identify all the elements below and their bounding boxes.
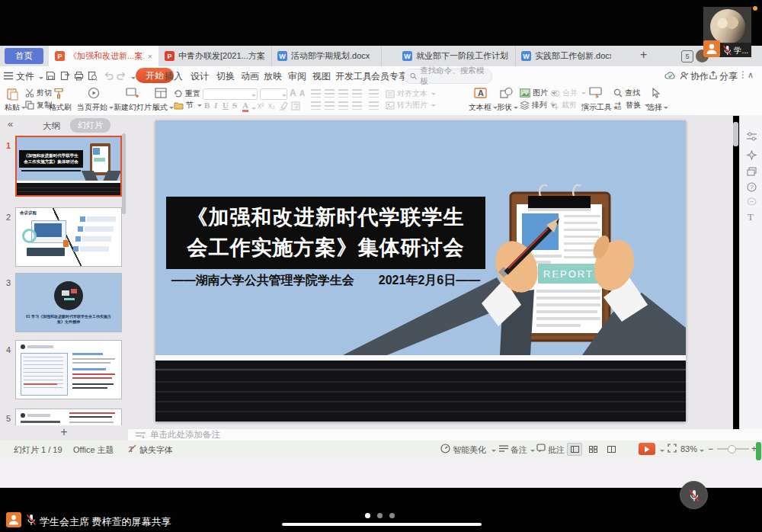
play-current-icon[interactable]: [88, 87, 100, 99]
file-menu[interactable]: 文件: [16, 70, 34, 83]
zoom-slider-knob[interactable]: [728, 445, 736, 453]
tab-doc-word1[interactable]: W 活动部学期规划.docx: [271, 46, 382, 66]
ribbon-tab-view[interactable]: 视图: [312, 70, 331, 83]
text-direction-button[interactable]: [369, 101, 379, 110]
view-sorter-button[interactable]: [585, 443, 600, 456]
ribbon-tab-devtools[interactable]: 开发工具: [335, 70, 372, 83]
tab-home[interactable]: 首页: [5, 48, 43, 64]
floating-mic-button[interactable]: [680, 481, 708, 509]
collapse-panel-icon[interactable]: «: [8, 118, 13, 130]
cloud-sync-icon[interactable]: [664, 71, 676, 80]
slide-thumbnail-3[interactable]: 01 学习《加强和改进新时代学联学生会工作实施方案》文件精神: [15, 273, 122, 332]
merge-shapes-button[interactable]: 合并: [550, 88, 586, 98]
hamburger-icon[interactable]: [4, 72, 13, 80]
ribbon-tab-slideshow[interactable]: 放映: [264, 70, 282, 83]
bold-button[interactable]: B: [204, 101, 210, 110]
outline-tab[interactable]: 大纲: [43, 120, 60, 132]
ribbon-tab-transition[interactable]: 切换: [216, 70, 235, 83]
clear-format-icon[interactable]: [279, 101, 288, 111]
play-current-button[interactable]: 当页开始: [77, 102, 114, 113]
notes-toggle-button[interactable]: 备注: [511, 444, 527, 456]
slide-thumbnail-1[interactable]: 《加强和改进新时代学联学生会工作实施方案》集体研讨会: [15, 136, 122, 197]
slide-thumbnail-5[interactable]: [15, 409, 122, 425]
view-reading-button[interactable]: [604, 443, 619, 456]
shapes-button[interactable]: 形状: [497, 102, 518, 113]
superscript-button[interactable]: x²: [258, 101, 264, 110]
participant-video-tile[interactable]: 学...: [703, 7, 751, 57]
new-slide-icon[interactable]: [126, 87, 139, 99]
ribbon-tab-design[interactable]: 设计: [190, 70, 209, 83]
missing-font-label[interactable]: 缺失字体: [139, 444, 173, 456]
collab-label[interactable]: 协作: [690, 70, 709, 83]
tab-doc-word2[interactable]: W 就业部下一阶段工作计划.doc: [396, 46, 516, 66]
redo-icon[interactable]: [117, 72, 126, 80]
reset-button[interactable]: 重置: [174, 88, 200, 99]
line-spacing-button[interactable]: [369, 89, 379, 98]
format-painter-icon[interactable]: [53, 88, 64, 99]
font-name-combo[interactable]: [203, 88, 258, 100]
present-tools-icon[interactable]: [589, 87, 602, 98]
add-slide-button[interactable]: +: [60, 425, 67, 438]
ribbon-tab-insert[interactable]: 插入: [165, 70, 183, 83]
collapse-ribbon-icon[interactable]: ∧: [748, 70, 754, 80]
indent-increase-button[interactable]: [352, 101, 362, 110]
crop-button[interactable]: 裁剪: [550, 100, 585, 111]
copy-button[interactable]: 复制: [25, 100, 52, 111]
font-shrink-button[interactable]: A: [299, 89, 305, 98]
convert-to-picture-button[interactable]: 转为图片: [386, 100, 436, 111]
play-slideshow-button[interactable]: [639, 443, 655, 455]
tab-doc-active[interactable]: P 《加强和改进新...案》集体研讨会 ×: [49, 46, 158, 66]
page-dot[interactable]: [377, 513, 383, 518]
numbering-button[interactable]: [325, 101, 335, 110]
output-icon[interactable]: [60, 71, 70, 81]
ribbon-tab-animation[interactable]: 动画: [241, 70, 259, 83]
rail-properties-icon[interactable]: [747, 132, 757, 141]
slide-subtitle[interactable]: ——湖南大学公共管理学院学生会 2021年2月6日——: [166, 273, 485, 289]
shapes-icon[interactable]: [500, 87, 513, 99]
command-search[interactable]: 查找命令、搜索模板: [404, 69, 492, 84]
collab-icon[interactable]: [680, 71, 689, 80]
layout-button[interactable]: 版式: [152, 102, 174, 113]
align-right-button[interactable]: [338, 89, 348, 98]
slide-thumbnail-2[interactable]: 会议议程: [15, 207, 122, 267]
fit-window-icon[interactable]: [668, 444, 677, 453]
slide-title[interactable]: 《加强和改进新时代学联学生 会工作实施方案》集体研讨会: [166, 197, 485, 269]
paste-icon[interactable]: [6, 88, 19, 101]
slide-thumbnail-4[interactable]: [15, 340, 122, 399]
comment-button[interactable]: 批注: [548, 444, 565, 456]
zoom-out-button[interactable]: −: [708, 444, 713, 454]
find-button[interactable]: 查找: [613, 88, 640, 98]
align-center-button[interactable]: [325, 89, 335, 98]
beautify-button[interactable]: 智能美化: [453, 444, 486, 456]
share-label[interactable]: 分享: [719, 70, 738, 83]
new-slide-button[interactable]: 新建幻灯片: [114, 102, 158, 113]
present-tools-button[interactable]: 演示工具: [581, 102, 618, 113]
new-tab-button[interactable]: +: [640, 48, 647, 62]
panel-scrollbar[interactable]: [122, 133, 126, 214]
page-dot[interactable]: [389, 513, 395, 518]
theme-label[interactable]: Office 主题: [73, 444, 114, 456]
italic-button[interactable]: I: [214, 101, 217, 110]
quickbar-more-icon[interactable]: [131, 77, 136, 82]
rail-effects-icon[interactable]: [747, 150, 757, 160]
select-button[interactable]: 选择: [647, 102, 668, 113]
textbox-icon[interactable]: A: [474, 87, 487, 99]
more-menu-icon[interactable]: ⋮: [738, 69, 748, 80]
textbox-button[interactable]: 文本框: [469, 102, 498, 113]
align-left-button[interactable]: [311, 89, 321, 98]
underline-button[interactable]: U: [223, 101, 229, 110]
preview-icon[interactable]: [88, 71, 98, 81]
tab-doc-pdf[interactable]: P 中青办联发[2021...方案》(1).pdf: [158, 46, 272, 66]
align-justify-button[interactable]: [352, 89, 362, 98]
tab-count-badge[interactable]: 5: [681, 50, 693, 62]
play-options-icon[interactable]: [660, 450, 664, 454]
rail-comment-icon[interactable]: [747, 197, 757, 207]
zoom-level[interactable]: 83%: [680, 444, 697, 453]
section-button[interactable]: 节: [174, 100, 202, 111]
canvas-scrollbar[interactable]: [733, 122, 738, 146]
notes-strip[interactable]: 单击此处添加备注: [128, 429, 762, 441]
share-icon[interactable]: [709, 71, 718, 80]
layout-icon[interactable]: [155, 87, 167, 99]
tab-close-icon[interactable]: ×: [148, 52, 152, 61]
slides-tab[interactable]: 幻灯片: [70, 118, 110, 133]
